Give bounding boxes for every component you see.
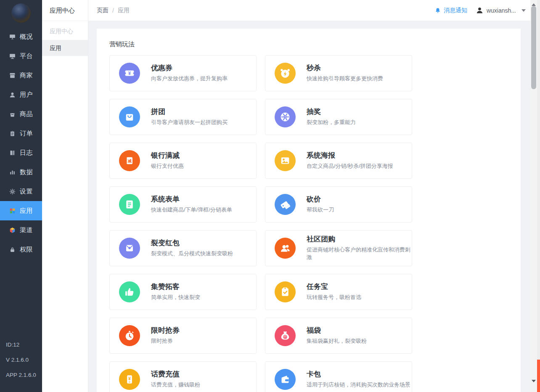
app-card-title: 系统海报 bbox=[307, 151, 393, 160]
sidebar-item-platform[interactable]: 平台 bbox=[0, 46, 42, 66]
app-card[interactable]: 集赞拓客 简单实用，快速裂变 bbox=[109, 274, 257, 310]
app-card-description: 银行支付优惠 bbox=[151, 162, 184, 170]
notifications-button[interactable]: 消息通知 bbox=[434, 7, 467, 14]
bell-icon bbox=[434, 7, 441, 14]
sidebar-item-goods[interactable]: 商品 bbox=[0, 104, 42, 124]
breadcrumb-current: 应用 bbox=[118, 7, 130, 14]
app-card-title: 优惠券 bbox=[151, 64, 228, 72]
data-icon bbox=[9, 169, 16, 176]
app-card-title: 限时抢券 bbox=[151, 326, 180, 335]
app-card-description: 快速抢购引导顾客更多更快消费 bbox=[307, 75, 383, 82]
app-card-title: 银行满减 bbox=[151, 151, 184, 160]
app-card[interactable]: 福 福袋 集福袋赢好礼，裂变吸粉 bbox=[265, 318, 412, 354]
sidebar-item-label: 权限 bbox=[20, 246, 33, 254]
form-icon bbox=[119, 194, 140, 215]
sidebar-item-data[interactable]: 数据 bbox=[0, 162, 42, 182]
breadcrumb: 页面 / 应用 bbox=[97, 7, 130, 14]
breadcrumb-separator: / bbox=[112, 7, 114, 14]
app-card[interactable]: 任务宝 玩转服务号，吸粉首选 bbox=[265, 274, 412, 310]
app-card[interactable]: 秒杀 快速抢购引导顾客更多更快消费 bbox=[265, 55, 412, 91]
app-card[interactable]: 裂变红包 裂变模式、瓜分模式快速裂变吸粉 bbox=[109, 230, 257, 266]
sidebar-item-apps[interactable]: 应用 bbox=[0, 201, 42, 220]
app-card[interactable]: 抽奖 裂变加粉，多重能力 bbox=[265, 99, 412, 135]
sidebar-item-user[interactable]: 用户 bbox=[0, 85, 42, 104]
sidebar-item-label: 设置 bbox=[20, 188, 33, 196]
user-icon bbox=[9, 91, 16, 98]
sidebar-item-label: 订单 bbox=[20, 130, 33, 138]
submenu-list: 应用中心应用 bbox=[42, 23, 88, 56]
sidebar-item-label: 用户 bbox=[20, 91, 33, 99]
app-logo-avatar[interactable] bbox=[11, 3, 31, 23]
svg-text:¥: ¥ bbox=[128, 376, 131, 381]
app-card-title: 卡包 bbox=[307, 370, 410, 379]
app-card-title: 系统表单 bbox=[151, 195, 232, 204]
version-line: ID:12 bbox=[6, 342, 42, 349]
lucky-bag-icon: 福 bbox=[275, 325, 296, 346]
app-card-description: 玩转服务号，吸粉首选 bbox=[307, 294, 361, 301]
app-card[interactable]: 减 银行满减 银行支付优惠 bbox=[109, 143, 257, 179]
svg-text:¥: ¥ bbox=[128, 71, 131, 76]
app-card-title: 福袋 bbox=[307, 326, 367, 335]
sidebar-item-label: 渠道 bbox=[20, 226, 33, 234]
log-icon bbox=[9, 149, 16, 156]
poster-icon bbox=[275, 150, 296, 171]
user-menu[interactable]: wuxiansh... bbox=[476, 6, 526, 14]
inner-scrollbar-thumb[interactable] bbox=[531, 6, 536, 89]
sidebar-version-info: ID:12V 2.1.6.0APP 2.1.6.0 bbox=[0, 342, 42, 387]
group-buy-icon bbox=[119, 106, 140, 127]
app-card[interactable]: ¥ 话费充值 话费充值，赚钱吸粉 bbox=[109, 361, 257, 392]
content-panel: 营销玩法 ¥ 优惠券 向客户发放优惠券，提升复购率 秒杀 快速抢购引导顾客更多更… bbox=[97, 29, 521, 392]
phone-recharge-icon: ¥ bbox=[119, 369, 140, 390]
app-card[interactable]: 社区团购 促进商铺对核心客户的精准化宣传和消费刺激 bbox=[265, 230, 412, 266]
order-icon bbox=[9, 130, 16, 137]
sidebar-item-label: 日志 bbox=[20, 149, 33, 157]
version-line: APP 2.1.6.0 bbox=[6, 372, 42, 379]
platform-icon bbox=[9, 53, 16, 60]
app-card-description: 适用于到店核销，消耗购买次数的业务场景 bbox=[307, 381, 410, 389]
sidebar-item-merchant[interactable]: 商家 bbox=[0, 66, 42, 85]
app-card-title: 砍价 bbox=[307, 195, 334, 204]
lottery-icon bbox=[275, 106, 296, 127]
sidebar-item-overview[interactable]: 概况 bbox=[0, 27, 42, 46]
svg-text:福: 福 bbox=[283, 335, 287, 339]
app-card-title: 社区团购 bbox=[307, 235, 412, 244]
scroll-down-arrow-icon[interactable] bbox=[532, 380, 536, 382]
sidebar-item-settings[interactable]: 设置 bbox=[0, 182, 42, 201]
submenu-item-parent[interactable]: 应用中心 bbox=[42, 23, 88, 39]
topbar: 页面 / 应用 消息通知 wuxiansh... bbox=[88, 0, 540, 21]
sidebar-item-label: 应用 bbox=[20, 207, 33, 215]
app-card-description: 集福袋赢好礼，裂变吸粉 bbox=[307, 337, 367, 345]
version-line: V 2.1.6.0 bbox=[6, 357, 42, 364]
permission-icon bbox=[9, 246, 16, 253]
person-icon bbox=[476, 6, 484, 14]
breadcrumb-root[interactable]: 页面 bbox=[97, 7, 109, 14]
goods-icon bbox=[9, 111, 16, 118]
app-card[interactable]: 拼团 引导客户邀请朋友一起拼团购买 bbox=[109, 99, 257, 135]
app-card[interactable]: 砍价 帮我砍一刀 bbox=[265, 186, 412, 222]
app-card-title: 话费充值 bbox=[151, 370, 200, 379]
app-card[interactable]: 限时抢券 限时抢券 bbox=[109, 318, 257, 354]
username: wuxiansh... bbox=[487, 7, 516, 14]
app-card-title: 秒杀 bbox=[307, 64, 383, 72]
sidebar-item-label: 商品 bbox=[20, 110, 33, 118]
sidebar-item-order[interactable]: 订单 bbox=[0, 124, 42, 143]
app-card[interactable]: 卡包 适用于到店核销，消耗购买次数的业务场景 bbox=[265, 361, 412, 392]
sidebar-item-permission[interactable]: 权限 bbox=[0, 240, 42, 259]
red-packet-icon bbox=[119, 238, 140, 259]
app-card[interactable]: 系统海报 自定义商品/分销/秒杀/拼团分享海报 bbox=[265, 143, 412, 179]
primary-sidebar: 概况 平台 商家 用户 商品 订单 日志 数据 设置 应用 渠道 权限 ID:1… bbox=[0, 0, 42, 392]
app-card[interactable]: 系统表单 快速创建商品/下单/弹框/分销表单 bbox=[109, 186, 257, 222]
app-card-description: 限时抢券 bbox=[151, 337, 180, 345]
submenu-item-active[interactable]: 应用 bbox=[42, 40, 88, 56]
sidebar-item-label: 数据 bbox=[20, 168, 33, 176]
app-card-title: 拼团 bbox=[151, 108, 228, 116]
notifications-label: 消息通知 bbox=[444, 7, 467, 14]
app-card[interactable]: ¥ 优惠券 向客户发放优惠券，提升复购率 bbox=[109, 55, 257, 91]
merchant-icon bbox=[9, 72, 16, 79]
sidebar-item-channel[interactable]: 渠道 bbox=[0, 220, 42, 240]
section-title: 营销玩法 bbox=[97, 29, 521, 48]
bargain-icon bbox=[275, 194, 296, 215]
sidebar-item-log[interactable]: 日志 bbox=[0, 143, 42, 162]
outer-scrollbar-thumb[interactable] bbox=[537, 360, 540, 392]
outer-scrollbar-track[interactable] bbox=[537, 0, 540, 392]
